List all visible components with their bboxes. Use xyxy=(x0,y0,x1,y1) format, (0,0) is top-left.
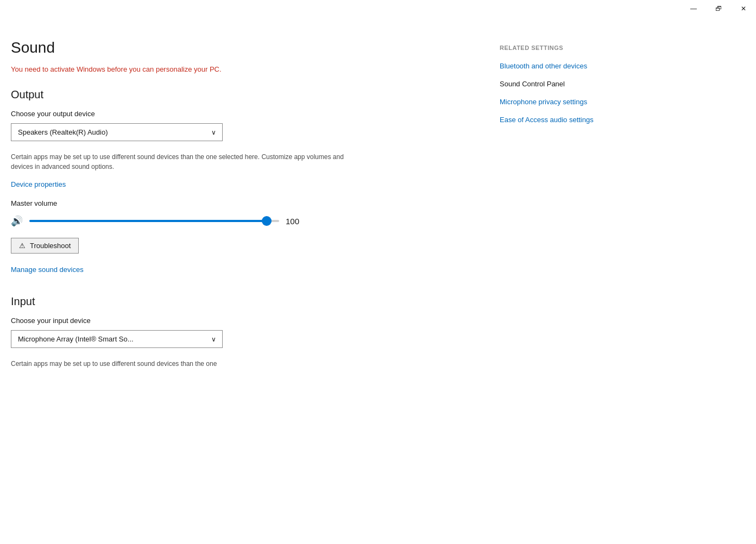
volume-label: Master volume xyxy=(11,199,478,207)
troubleshoot-button[interactable]: ⚠ Troubleshoot xyxy=(11,238,79,254)
volume-slider-handle[interactable] xyxy=(262,216,272,226)
input-device-label: Choose your input device xyxy=(11,317,478,325)
related-link-microphone[interactable]: Microphone privacy settings xyxy=(500,98,684,106)
output-description: Certain apps may be set up to use differ… xyxy=(11,152,348,172)
input-section-title: Input xyxy=(11,295,478,308)
main-content: Sound You need to activate Windows befor… xyxy=(0,17,756,544)
input-device-dropdown[interactable]: Microphone Array (Intel® Smart So... xyxy=(11,330,223,348)
activation-warning: You need to activate Windows before you … xyxy=(11,65,478,73)
manage-sound-devices-link[interactable]: Manage sound devices xyxy=(11,265,84,274)
minimize-button[interactable]: — xyxy=(681,0,706,17)
input-section: Input Choose your input device Microphon… xyxy=(11,295,478,369)
output-device-label: Choose your output device xyxy=(11,110,478,118)
restore-button[interactable]: 🗗 xyxy=(706,0,731,17)
related-settings-title: Related Settings xyxy=(500,45,684,51)
related-text-sound-panel: Sound Control Panel xyxy=(500,80,684,88)
speaker-icon: 🔊 xyxy=(11,215,23,227)
related-link-bluetooth[interactable]: Bluetooth and other devices xyxy=(500,62,684,70)
related-link-ease-of-access[interactable]: Ease of Access audio settings xyxy=(500,116,684,124)
input-description: Certain apps may be set up to use differ… xyxy=(11,359,348,369)
troubleshoot-label: Troubleshoot xyxy=(30,242,71,250)
left-panel: Sound You need to activate Windows befor… xyxy=(11,39,500,544)
right-panel: Related Settings Bluetooth and other dev… xyxy=(500,39,695,544)
volume-slider-track[interactable] xyxy=(29,220,279,222)
input-device-dropdown-container: Microphone Array (Intel® Smart So... ∨ xyxy=(11,330,223,348)
volume-row: 🔊 100 xyxy=(11,215,478,227)
close-button[interactable]: ✕ xyxy=(731,0,756,17)
output-device-dropdown[interactable]: Speakers (Realtek(R) Audio) xyxy=(11,123,223,141)
output-section-title: Output xyxy=(11,88,478,101)
device-properties-link[interactable]: Device properties xyxy=(11,180,66,188)
volume-slider-wrapper xyxy=(29,220,279,222)
title-bar: — 🗗 ✕ xyxy=(681,0,756,17)
volume-slider-fill xyxy=(29,220,267,222)
warning-icon: ⚠ xyxy=(19,242,26,250)
volume-value: 100 xyxy=(286,217,305,226)
output-device-dropdown-container: Speakers (Realtek(R) Audio) ∨ xyxy=(11,123,223,141)
page-title: Sound xyxy=(11,39,478,56)
